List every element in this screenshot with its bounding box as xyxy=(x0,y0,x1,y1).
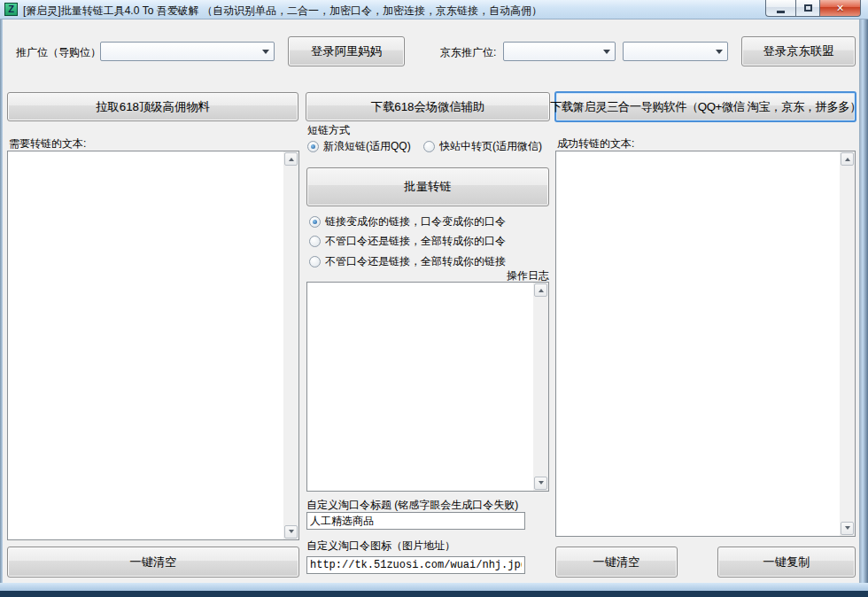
converted-text-label: 成功转链的文本: xyxy=(557,136,634,151)
radio-icon[interactable] xyxy=(307,141,319,152)
window-controls: ✕ xyxy=(765,0,861,17)
jd-promo-label: 京东推广位: xyxy=(440,45,496,60)
chevron-down-icon xyxy=(599,43,615,60)
scroll-down-icon[interactable] xyxy=(534,477,547,490)
converted-text-scrollbar[interactable] xyxy=(840,151,855,536)
scroll-down-icon[interactable] xyxy=(284,525,298,539)
converted-text-box xyxy=(555,151,856,537)
window-frame-left xyxy=(0,19,3,583)
app-icon: Z xyxy=(4,3,18,16)
promo-slot-label: 推广位（导购位）: xyxy=(16,45,104,60)
close-icon: ✕ xyxy=(836,3,844,14)
scroll-up-icon[interactable] xyxy=(841,152,854,166)
convert-mode-option-1-label: 链接变成你的链接，口令变成你的口令 xyxy=(325,214,506,229)
source-text-area-box xyxy=(7,151,299,540)
converted-text-area[interactable] xyxy=(556,151,840,536)
custom-taokouling-title-input[interactable] xyxy=(306,512,525,530)
convert-mode-option-3-label: 不管口令还是链接，全部转成你的链接 xyxy=(325,254,506,269)
convert-mode-option-3[interactable]: 不管口令还是链接，全部转成你的链接 xyxy=(309,254,506,269)
clear-source-button[interactable]: 一键清空 xyxy=(7,547,299,578)
scroll-down-icon[interactable] xyxy=(841,522,854,535)
radio-icon[interactable] xyxy=(309,216,321,228)
radio-icon[interactable] xyxy=(309,256,321,267)
convert-mode-option-2-label: 不管口令还是链接，全部转成你的口令 xyxy=(325,234,506,249)
promo-slot-select[interactable] xyxy=(100,42,275,61)
pull-618-material-button[interactable]: 拉取618顶级高佣物料 xyxy=(7,92,298,121)
source-text-scrollbar[interactable] xyxy=(283,151,298,539)
login-jd-union-button[interactable]: 登录京东联盟 xyxy=(741,36,856,66)
scroll-up-icon[interactable] xyxy=(534,283,547,297)
shortlink-option-kuaizhan[interactable]: 快站中转页(适用微信) xyxy=(423,139,542,154)
radio-icon[interactable] xyxy=(309,236,321,247)
app-window: Z [箫启灵]批量转链工具4.0 To 吾爱破解 （自动识别单品，二合一，加密口… xyxy=(0,0,868,597)
chevron-down-icon xyxy=(711,43,727,60)
maximize-button[interactable] xyxy=(795,0,820,17)
custom-taokouling-icon-label: 自定义淘口令图标（图片地址） xyxy=(306,539,455,554)
operation-log-scrollbar[interactable] xyxy=(533,283,548,491)
custom-taokouling-icon-url-input[interactable] xyxy=(306,556,525,574)
batch-convert-button[interactable]: 批量转链 xyxy=(306,167,549,206)
convert-mode-option-2[interactable]: 不管口令还是链接，全部转成你的口令 xyxy=(309,234,506,249)
source-text-area[interactable] xyxy=(8,151,283,539)
convert-mode-option-1[interactable]: 链接变成你的链接，口令变成你的口令 xyxy=(309,214,506,229)
custom-taokouling-title-label: 自定义淘口令标题 (铭感字眼会生成口令失败) xyxy=(306,498,518,513)
source-text-label: 需要转链的文本: xyxy=(9,136,86,151)
login-alimama-button[interactable]: 登录阿里妈妈 xyxy=(288,36,405,66)
radio-icon[interactable] xyxy=(423,141,435,152)
shortlink-option-kuaizhan-label: 快站中转页(适用微信) xyxy=(439,139,542,154)
shortlink-option-sina[interactable]: 新浪短链(适用QQ) xyxy=(307,139,411,154)
minimize-button[interactable] xyxy=(765,0,795,17)
shortlink-option-sina-label: 新浪短链(适用QQ) xyxy=(323,139,411,154)
operation-log-area[interactable] xyxy=(307,283,533,491)
window-frame-bottom xyxy=(0,583,868,591)
shortlink-mode-label: 短链方式 xyxy=(307,123,350,138)
title-bar: Z [箫启灵]批量转链工具4.0 To 吾爱破解 （自动识别单品，二合一，加密口… xyxy=(0,0,868,19)
clear-result-button[interactable]: 一键清空 xyxy=(555,547,678,578)
scroll-up-icon[interactable] xyxy=(284,152,298,166)
download-618-wechat-helper-button[interactable]: 下载618会场微信辅助 xyxy=(306,92,550,121)
window-title: [箫启灵]批量转链工具4.0 To 吾爱破解 （自动识别单品，二合一，加密口令，… xyxy=(23,4,542,19)
taskbar-strip xyxy=(0,591,868,597)
operation-log-box xyxy=(306,282,549,492)
chevron-down-icon xyxy=(258,43,274,60)
maximize-icon xyxy=(804,4,812,12)
jd-promo-select-1[interactable] xyxy=(503,42,616,61)
jd-promo-select-2[interactable] xyxy=(623,42,728,61)
minimize-icon xyxy=(777,11,785,13)
close-button[interactable]: ✕ xyxy=(820,0,861,17)
copy-result-button[interactable]: 一键复制 xyxy=(717,547,856,578)
download-3in1-software-button[interactable]: 下载箫启灵三合一导购软件（QQ+微信 淘宝，京东，拼多多） xyxy=(554,91,856,122)
